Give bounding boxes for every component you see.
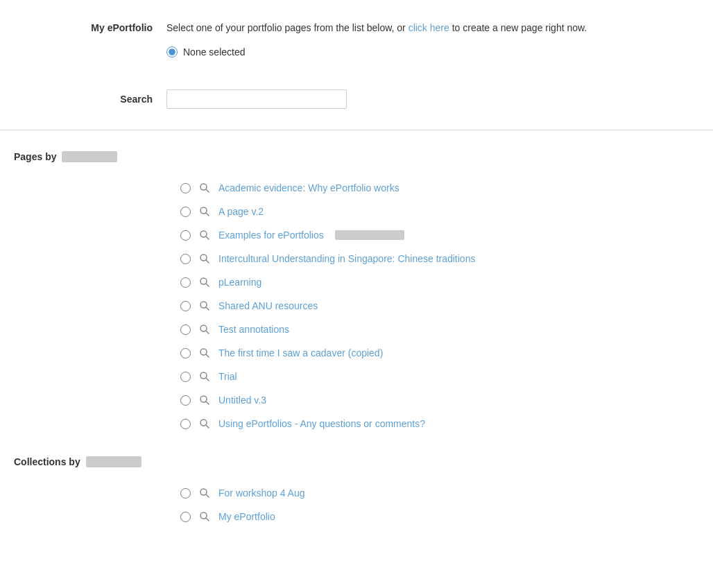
page-radio-11[interactable] [180,419,191,429]
page-link-5[interactable]: pLearning [218,277,261,288]
page-radio-6[interactable] [180,301,191,311]
collections-by-username-redacted [86,456,141,467]
collections-section: Collections by For workshop 4 Aug [0,449,713,535]
page-radio-9[interactable] [180,372,191,382]
search-icon-2[interactable] [198,205,212,218]
none-selected-label: None selected [183,46,246,58]
svg-line-7 [206,260,209,263]
page-link-2[interactable]: A page v.2 [218,206,264,217]
click-here-link[interactable]: click here [409,22,449,33]
examples-redacted [335,230,404,240]
svg-line-15 [206,354,209,357]
svg-line-17 [206,378,209,381]
svg-line-25 [206,518,209,521]
search-icon-9[interactable] [198,370,212,383]
list-item: Trial [180,365,699,388]
page-link-7[interactable]: Test annotations [218,324,289,335]
none-selected-row: None selected [166,46,699,58]
collection-link-2[interactable]: My ePortfolio [218,511,275,522]
search-icon-col-2[interactable] [198,510,212,524]
list-item: Intercultural Understanding in Singapore… [180,247,699,270]
page-radio-10[interactable] [180,395,191,406]
pages-section: Pages by Academic evidence: Why ePortfol… [0,144,713,442]
svg-line-9 [206,284,209,286]
list-item: Shared ANU resources [180,294,699,318]
svg-line-19 [206,401,209,404]
collections-by-header: Collections by [14,456,699,467]
page-link-6[interactable]: Shared ANU resources [218,300,318,311]
pages-by-username-redacted [62,151,117,162]
intro-text: Select one of your portfolio pages from … [166,21,699,35]
pages-by-header: Pages by [14,151,699,162]
svg-line-1 [206,189,209,192]
search-input[interactable] [166,89,347,109]
search-icon-4[interactable] [198,252,212,266]
page-radio-3[interactable] [180,230,191,241]
list-item: Examples for ePortfolios [180,223,699,247]
list-item: A page v.2 [180,200,699,223]
search-icon-8[interactable] [198,346,212,360]
search-icon-7[interactable] [198,322,212,336]
main-container: My ePortfolio Select one of your portfol… [0,0,713,549]
svg-line-3 [206,213,209,216]
list-item: Academic evidence: Why ePortfolio works [180,176,699,200]
collection-radio-2[interactable] [180,512,191,522]
page-radio-4[interactable] [180,254,191,264]
page-link-11[interactable]: Using ePortfolios - Any questions or com… [218,418,425,429]
top-section: My ePortfolio Select one of your portfol… [0,14,713,83]
search-label: Search [14,94,153,105]
divider [0,130,713,130]
svg-line-11 [206,307,209,310]
svg-line-5 [206,236,209,239]
intro-content: Select one of your portfolio pages from … [166,21,699,69]
search-icon-11[interactable] [198,417,212,431]
pages-by-label: Pages by [14,151,56,162]
page-radio-7[interactable] [180,325,191,335]
list-item: Test annotations [180,318,699,341]
list-item: For workshop 4 Aug [180,481,699,505]
my-eportfolio-label: My ePortfolio [14,21,153,33]
search-icon-6[interactable] [198,299,212,313]
page-link-4[interactable]: Intercultural Understanding in Singapore… [218,253,475,264]
svg-line-23 [206,494,209,497]
search-section: Search [0,83,713,116]
page-radio-1[interactable] [180,183,191,193]
collection-link-1[interactable]: For workshop 4 Aug [218,487,305,499]
page-link-9[interactable]: Trial [218,371,237,382]
none-selected-radio[interactable] [166,46,178,58]
search-icon-3[interactable] [198,228,212,242]
list-item: Using ePortfolios - Any questions or com… [180,412,699,435]
page-link-8[interactable]: The first time I saw a cadaver (copied) [218,347,383,358]
search-icon-5[interactable] [198,275,212,289]
page-radio-8[interactable] [180,348,191,358]
page-radio-2[interactable] [180,207,191,217]
search-icon-10[interactable] [198,393,212,407]
page-link-1[interactable]: Academic evidence: Why ePortfolio works [218,182,400,193]
pages-list: Academic evidence: Why ePortfolio works … [14,176,699,435]
list-item: The first time I saw a cadaver (copied) [180,341,699,365]
list-item: My ePortfolio [180,505,699,528]
list-item: pLearning [180,270,699,294]
collections-list: For workshop 4 Aug My ePortfolio [14,481,699,528]
page-link-3[interactable]: Examples for ePortfolios [218,230,324,241]
page-radio-5[interactable] [180,277,191,288]
search-icon-col-1[interactable] [198,486,212,500]
svg-line-21 [206,425,209,428]
collection-radio-1[interactable] [180,488,191,499]
page-link-10[interactable]: Untitled v.3 [218,395,266,406]
search-icon-1[interactable] [198,181,212,195]
collections-by-label: Collections by [14,456,80,467]
svg-line-13 [206,331,209,334]
list-item: Untitled v.3 [180,388,699,412]
